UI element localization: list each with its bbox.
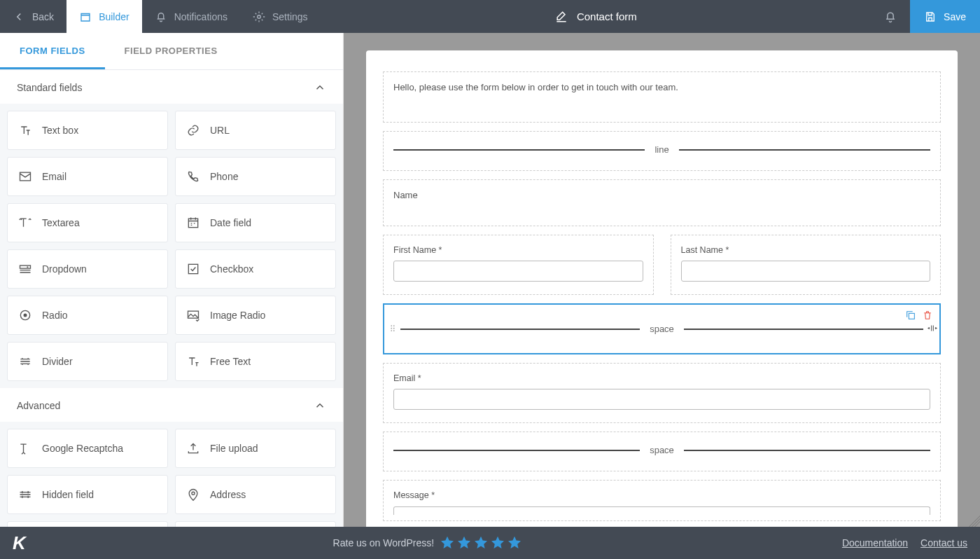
first-name-block[interactable]: First Name * bbox=[383, 235, 654, 295]
intro-text-block[interactable]: Hello, please use the form below in orde… bbox=[383, 71, 941, 123]
intro-text: Hello, please use the form below in orde… bbox=[393, 82, 678, 92]
field-item-label: Google Recaptcha bbox=[42, 443, 123, 454]
field-item-dropdown[interactable]: Dropdown bbox=[7, 249, 168, 289]
builder-label: Builder bbox=[99, 11, 130, 22]
field-item-checkbox[interactable]: Checkbox bbox=[175, 249, 336, 289]
section-advanced-fields[interactable]: Advanced bbox=[0, 388, 343, 422]
field-item-label: Radio bbox=[42, 310, 68, 321]
form-canvas[interactable]: Hello, please use the form below in orde… bbox=[344, 33, 980, 527]
freetext-icon bbox=[186, 354, 200, 368]
save-button[interactable]: Save bbox=[910, 0, 980, 33]
name-heading-block[interactable]: Name bbox=[383, 179, 941, 226]
window-resize-grip[interactable] bbox=[969, 516, 980, 527]
star-icon bbox=[507, 535, 522, 551]
last-name-label: Last Name * bbox=[681, 245, 931, 255]
field-item-smart[interactable]: Smart Text Output bbox=[175, 521, 336, 527]
email-label: Email * bbox=[393, 373, 930, 383]
save-label: Save bbox=[944, 11, 966, 22]
email-icon bbox=[18, 170, 32, 184]
back-button[interactable]: Back bbox=[0, 0, 66, 33]
form-area: Hello, please use the form below in orde… bbox=[366, 50, 958, 527]
delete-icon[interactable] bbox=[922, 310, 933, 321]
resize-handle-icon[interactable] bbox=[927, 322, 938, 336]
upload-icon bbox=[186, 441, 200, 455]
field-item-divider[interactable]: Divider bbox=[7, 342, 168, 381]
field-item-imgradio[interactable]: Image Radio bbox=[175, 296, 336, 335]
date-icon bbox=[186, 216, 200, 230]
chevron-up-icon bbox=[314, 81, 326, 94]
back-label: Back bbox=[32, 11, 54, 22]
duplicate-icon[interactable] bbox=[905, 310, 916, 321]
field-item-textarea[interactable]: Textarea bbox=[7, 203, 168, 242]
field-item-address[interactable]: Address bbox=[175, 475, 336, 514]
space-divider-block-selected[interactable]: space bbox=[383, 303, 941, 354]
first-name-input[interactable] bbox=[393, 261, 643, 282]
star-icon bbox=[490, 535, 505, 551]
contact-us-link[interactable]: Contact us bbox=[920, 537, 967, 548]
field-item-label: Date field bbox=[210, 217, 251, 228]
field-item-rating[interactable]: Rating bbox=[7, 521, 168, 527]
alerts-button[interactable] bbox=[871, 0, 910, 33]
documentation-link[interactable]: Documentation bbox=[842, 537, 908, 548]
field-item-freetext[interactable]: Free Text bbox=[175, 342, 336, 381]
divider-icon bbox=[18, 354, 32, 368]
section-advanced-label: Advanced bbox=[17, 400, 60, 411]
rate-text: Rate us on WordPress! bbox=[333, 537, 434, 548]
brand-logo: K bbox=[13, 532, 26, 554]
field-item-label: Free Text bbox=[210, 356, 251, 367]
settings-label: Settings bbox=[272, 11, 308, 22]
builder-tab[interactable]: Builder bbox=[66, 0, 142, 33]
section-standard-label: Standard fields bbox=[17, 82, 82, 93]
field-item-label: Divider bbox=[42, 356, 73, 367]
section-standard-fields[interactable]: Standard fields bbox=[0, 70, 343, 104]
rating-stars[interactable] bbox=[440, 535, 522, 551]
builder-icon bbox=[79, 11, 92, 23]
tab-field-properties[interactable]: FIELD PROPERTIES bbox=[105, 33, 237, 69]
text-icon bbox=[18, 123, 32, 137]
field-item-recaptcha[interactable]: Google Recaptcha bbox=[7, 429, 168, 468]
imgradio-icon bbox=[186, 308, 200, 322]
form-title: Contact form bbox=[577, 11, 637, 22]
last-name-block[interactable]: Last Name * bbox=[671, 235, 941, 295]
space-label-2: space bbox=[650, 445, 674, 455]
bell-icon bbox=[155, 11, 167, 23]
message-input[interactable] bbox=[393, 506, 930, 515]
field-item-label: Image Radio bbox=[210, 310, 265, 321]
radio-icon bbox=[18, 308, 32, 322]
address-icon bbox=[186, 488, 200, 502]
field-item-radio[interactable]: Radio bbox=[7, 296, 168, 335]
gear-icon bbox=[253, 11, 265, 23]
star-icon bbox=[473, 535, 489, 551]
line-divider-block[interactable]: line bbox=[383, 131, 941, 171]
top-bar: Back Builder Notifications Settings Cont… bbox=[0, 0, 980, 33]
drag-handle-icon[interactable] bbox=[388, 323, 398, 335]
email-input[interactable] bbox=[393, 389, 930, 410]
field-item-label: File upload bbox=[210, 443, 258, 454]
star-icon bbox=[456, 535, 472, 551]
form-title-area[interactable]: Contact form bbox=[321, 10, 872, 24]
field-item-hidden[interactable]: Hidden field bbox=[7, 475, 168, 514]
field-item-date[interactable]: Date field bbox=[175, 203, 336, 242]
sidebar-tabs: FORM FIELDS FIELD PROPERTIES bbox=[0, 33, 343, 70]
space-divider-block[interactable]: space bbox=[383, 432, 941, 471]
message-label: Message * bbox=[393, 490, 930, 500]
chevron-up-icon bbox=[314, 399, 326, 412]
tab-form-fields[interactable]: FORM FIELDS bbox=[0, 33, 105, 69]
last-name-input[interactable] bbox=[681, 261, 931, 282]
fields-panel: Standard fields Text boxURLEmailPhoneTex… bbox=[0, 70, 343, 527]
field-item-text[interactable]: Text box bbox=[7, 111, 168, 150]
message-block[interactable]: Message * bbox=[383, 480, 941, 521]
field-item-label: URL bbox=[210, 125, 230, 136]
field-item-upload[interactable]: File upload bbox=[175, 429, 336, 468]
field-item-url[interactable]: URL bbox=[175, 111, 336, 150]
field-item-phone[interactable]: Phone bbox=[175, 157, 336, 196]
recaptcha-icon bbox=[18, 441, 32, 455]
field-item-label: Checkbox bbox=[210, 263, 253, 275]
name-heading: Name bbox=[393, 190, 418, 200]
sidebar: FORM FIELDS FIELD PROPERTIES Standard fi… bbox=[0, 33, 344, 527]
email-block[interactable]: Email * bbox=[383, 363, 941, 423]
field-item-email[interactable]: Email bbox=[7, 157, 168, 196]
dropdown-icon bbox=[18, 262, 32, 276]
settings-tab[interactable]: Settings bbox=[240, 0, 321, 33]
notifications-tab[interactable]: Notifications bbox=[142, 0, 240, 33]
